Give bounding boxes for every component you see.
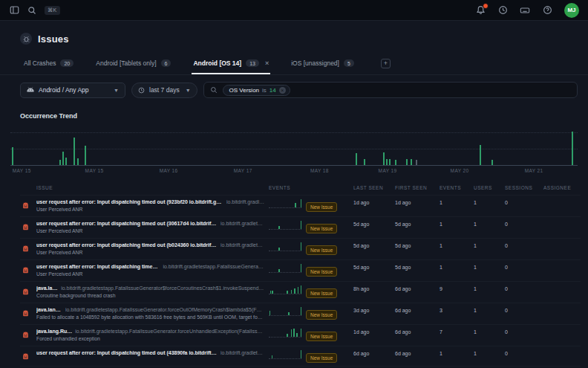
chart-bar <box>395 160 396 165</box>
keyboard-shortcut-badge: ⌘K <box>45 6 60 15</box>
search-icon[interactable] <box>27 5 37 16</box>
issue-location: io.bitdrift.gradletestapp.FatalIssueGene… <box>75 328 264 335</box>
last-seen-value: 1d ago <box>353 328 391 336</box>
users-count: 1 <box>474 263 500 271</box>
sparkline-bar <box>278 226 280 229</box>
sparkline-bar <box>272 291 273 294</box>
issue-subtitle: User Perceived ANR <box>36 271 264 278</box>
crash-robot-icon <box>22 332 29 338</box>
chip-value: 14 <box>270 87 276 94</box>
sidebar-toggle-icon[interactable] <box>9 5 19 16</box>
issue-subtitle: User Perceived ANR <box>36 249 264 256</box>
sessions-count: 0 <box>505 263 539 271</box>
chip-field: OS Version <box>229 87 259 94</box>
chevron-down-icon: ▼ <box>114 88 119 93</box>
issue-title: java.lang.RuntimeException <box>36 285 58 292</box>
history-icon[interactable] <box>497 5 508 16</box>
chart-bar <box>572 132 573 165</box>
tab[interactable]: Android [OS 14] 13 × <box>192 55 270 74</box>
column-header[interactable]: EVENTS <box>269 185 301 190</box>
issue-row[interactable]: java.lang.OutOfMemoryError io.bitdrift.g… <box>20 303 581 324</box>
tab-bar: All Crashes 20 Android [Tablets only] 6 … <box>0 52 588 75</box>
users-count: 1 <box>474 285 500 293</box>
tab-count-badge: 20 <box>60 59 74 67</box>
issue-location: io.bitdrift.gradlete... <box>226 198 264 206</box>
column-header[interactable]: EVENTS <box>440 185 469 190</box>
chart-bar <box>77 158 79 165</box>
column-header[interactable]: SESSIONS <box>505 185 539 190</box>
chart-bar <box>389 159 391 165</box>
sparkline-bar <box>296 333 298 337</box>
time-range-value: last 7 days <box>149 86 180 94</box>
android-icon <box>27 86 34 94</box>
last-seen-value: 6d ago <box>353 349 391 358</box>
first-seen-value: 5d ago <box>395 263 435 271</box>
column-header[interactable]: USERS <box>474 185 500 190</box>
tab[interactable]: iOS [unassigned] 5 <box>290 55 356 74</box>
sparkline-bar <box>278 269 280 272</box>
tab-count-badge: 6 <box>161 59 172 67</box>
last-seen-value: 5d ago <box>353 263 391 271</box>
tab[interactable]: All Crashes 20 <box>22 55 75 74</box>
events-count: 9 <box>440 285 469 293</box>
chart-title: Occurrence Trend <box>10 112 578 120</box>
chart-plot-area[interactable] <box>10 129 578 166</box>
events-sparkline <box>269 242 301 251</box>
chart-bar <box>406 159 408 165</box>
sparkline-bar <box>270 291 272 294</box>
os-version-filter-chip[interactable]: OS Version is 14 × <box>223 85 290 96</box>
topbar: ⌘K MJ <box>0 0 588 21</box>
issue-row[interactable]: user request after error: Input dispatch… <box>20 346 581 366</box>
sparkline-end-marker <box>301 307 302 315</box>
status-badge: New Issue <box>306 267 337 277</box>
time-range-dropdown[interactable]: last 7 days ▼ <box>131 83 197 98</box>
status-badge: New Issue <box>306 288 337 298</box>
chip-remove-icon[interactable]: × <box>279 87 286 94</box>
app-selector-dropdown[interactable]: Android / Any App ▼ <box>20 83 125 98</box>
gridline <box>10 149 578 149</box>
sessions-count: 0 <box>505 306 539 314</box>
tab[interactable]: Android [Tablets only] 6 <box>94 55 172 74</box>
issue-location: io.bitdrift.gradletestapp.FatalIssueGene… <box>61 285 264 292</box>
chart-bar <box>59 160 61 165</box>
sessions-count: 0 <box>505 198 539 207</box>
column-header[interactable]: ISSUE <box>36 185 264 190</box>
status-badge: New Issue <box>306 310 337 320</box>
events-count: 3 <box>440 306 469 314</box>
issue-row[interactable]: user request after error: Input dispatch… <box>20 259 581 281</box>
first-seen-value: 5d ago <box>395 242 435 250</box>
column-header[interactable]: ASSIGNEE <box>543 185 581 190</box>
sparkline-end-marker <box>301 350 302 358</box>
help-icon[interactable] <box>542 5 552 16</box>
last-seen-value: 1d ago <box>353 198 391 207</box>
crash-robot-icon <box>22 202 29 209</box>
events-count: 1 <box>440 349 469 358</box>
chart-bar <box>480 145 481 165</box>
users-count: 1 <box>474 220 500 228</box>
issue-row[interactable]: java.lang.RuntimeException io.bitdrift.g… <box>20 324 581 346</box>
events-sparkline <box>269 329 301 338</box>
events-sparkline <box>269 221 301 230</box>
issue-subtitle: User Perceived ANR <box>36 227 264 235</box>
issue-row[interactable]: user request after error: Input dispatch… <box>20 195 581 216</box>
notifications-bell-icon[interactable] <box>475 5 486 16</box>
filter-search-input[interactable]: OS Version is 14 × <box>203 82 578 98</box>
issue-row[interactable]: java.lang.RuntimeException io.bitdrift.g… <box>20 281 581 303</box>
sparkline-bar <box>278 248 280 251</box>
tab-close-icon[interactable]: × <box>265 59 269 67</box>
column-header[interactable]: LAST SEEN <box>353 185 391 190</box>
first-seen-value: 6d ago <box>395 328 435 336</box>
events-count: 1 <box>440 263 469 271</box>
sessions-count: 0 <box>505 328 539 336</box>
issue-row[interactable]: user request after error: Input dispatch… <box>20 216 581 238</box>
first-seen-value: 5d ago <box>395 220 435 228</box>
issue-row[interactable]: user request after error: Input dispatch… <box>20 238 581 259</box>
keyboard-icon[interactable] <box>520 5 530 16</box>
user-avatar[interactable]: MJ <box>564 3 579 18</box>
status-badge: New Issue <box>306 224 337 233</box>
issue-subtitle: Forced unhandled exception <box>36 335 264 343</box>
column-header[interactable]: FIRST SEEN <box>395 185 435 190</box>
add-tab-button[interactable]: + <box>381 59 391 68</box>
status-badge: New Issue <box>306 202 337 212</box>
tab-count-badge: 13 <box>246 59 259 67</box>
